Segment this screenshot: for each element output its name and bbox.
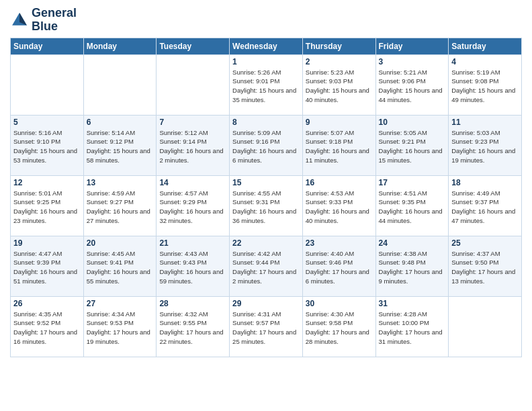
calendar-cell: 31Sunrise: 4:28 AM Sunset: 10:00 PM Dayl… [375,296,449,357]
day-number: 5 [13,118,81,127]
day-info: Sunrise: 4:53 AM Sunset: 9:33 PM Dayligh… [306,189,373,226]
day-number: 31 [379,299,446,308]
day-number: 6 [87,118,154,127]
calendar-table: SundayMondayTuesdayWednesdayThursdayFrid… [10,38,522,357]
day-info: Sunrise: 5:26 AM Sunset: 9:01 PM Dayligh… [232,68,300,105]
day-info: Sunrise: 5:14 AM Sunset: 9:12 PM Dayligh… [87,128,154,165]
weekday-header-sunday: Sunday [11,38,84,54]
calendar-cell: 20Sunrise: 4:45 AM Sunset: 9:41 PM Dayli… [83,236,157,296]
calendar-cell: 24Sunrise: 4:38 AM Sunset: 9:48 PM Dayli… [375,236,449,296]
day-info: Sunrise: 5:07 AM Sunset: 9:18 PM Dayligh… [306,128,373,165]
day-info: Sunrise: 4:31 AM Sunset: 9:57 PM Dayligh… [232,310,300,347]
weekday-header-thursday: Thursday [302,38,375,54]
calendar-week-row: 26Sunrise: 4:35 AM Sunset: 9:52 PM Dayli… [11,296,522,357]
calendar-cell: 28Sunrise: 4:32 AM Sunset: 9:55 PM Dayli… [157,296,230,357]
calendar-cell: 18Sunrise: 4:49 AM Sunset: 9:37 PM Dayli… [449,175,522,236]
day-number: 2 [306,57,373,66]
calendar-cell: 3Sunrise: 5:21 AM Sunset: 9:06 PM Daylig… [375,54,449,115]
day-number: 28 [159,299,226,308]
day-number: 20 [87,238,154,248]
calendar-cell: 23Sunrise: 4:40 AM Sunset: 9:46 PM Dayli… [302,236,375,296]
weekday-header-row: SundayMondayTuesdayWednesdayThursdayFrid… [11,38,522,54]
day-info: Sunrise: 4:47 AM Sunset: 9:39 PM Dayligh… [13,249,81,286]
day-number: 29 [232,299,300,308]
day-number: 10 [379,118,446,127]
day-info: Sunrise: 4:40 AM Sunset: 9:46 PM Dayligh… [306,249,373,286]
day-number: 13 [87,178,154,187]
day-info: Sunrise: 5:09 AM Sunset: 9:16 PM Dayligh… [232,128,300,165]
day-info: Sunrise: 4:49 AM Sunset: 9:37 PM Dayligh… [451,189,519,226]
day-number: 23 [306,238,373,248]
calendar-cell: 26Sunrise: 4:35 AM Sunset: 9:52 PM Dayli… [11,296,84,357]
day-number: 18 [451,178,519,187]
weekday-header-tuesday: Tuesday [157,38,230,54]
calendar-cell: 17Sunrise: 4:51 AM Sunset: 9:35 PM Dayli… [375,175,449,236]
day-number: 24 [379,238,446,248]
calendar-cell [83,54,157,115]
day-number: 25 [451,238,519,248]
calendar-cell: 10Sunrise: 5:05 AM Sunset: 9:21 PM Dayli… [375,115,449,175]
logo: General Blue [10,7,77,34]
weekday-header-friday: Friday [375,38,449,54]
day-number: 27 [87,299,154,308]
day-number: 3 [379,57,446,66]
page-header: General Blue [10,7,522,34]
logo-icon [10,11,29,30]
day-info: Sunrise: 4:30 AM Sunset: 9:58 PM Dayligh… [306,310,373,347]
day-info: Sunrise: 4:34 AM Sunset: 9:53 PM Dayligh… [87,310,154,347]
calendar-week-row: 1Sunrise: 5:26 AM Sunset: 9:01 PM Daylig… [11,54,522,115]
day-info: Sunrise: 4:35 AM Sunset: 9:52 PM Dayligh… [13,310,81,347]
day-number: 1 [232,57,300,66]
calendar-cell: 14Sunrise: 4:57 AM Sunset: 9:29 PM Dayli… [157,175,230,236]
calendar-cell [11,54,84,115]
day-info: Sunrise: 4:28 AM Sunset: 10:00 PM Daylig… [379,310,446,347]
day-info: Sunrise: 5:16 AM Sunset: 9:10 PM Dayligh… [13,128,81,165]
day-number: 17 [379,178,446,187]
day-info: Sunrise: 5:01 AM Sunset: 9:25 PM Dayligh… [13,189,81,226]
calendar-cell: 29Sunrise: 4:31 AM Sunset: 9:57 PM Dayli… [230,296,303,357]
weekday-header-wednesday: Wednesday [230,38,303,54]
calendar-cell: 13Sunrise: 4:59 AM Sunset: 9:27 PM Dayli… [83,175,157,236]
day-number: 12 [13,178,81,187]
day-info: Sunrise: 4:43 AM Sunset: 9:43 PM Dayligh… [159,249,226,286]
day-number: 14 [159,178,226,187]
day-info: Sunrise: 4:37 AM Sunset: 9:50 PM Dayligh… [451,249,519,286]
day-info: Sunrise: 4:38 AM Sunset: 9:48 PM Dayligh… [379,249,446,286]
day-info: Sunrise: 4:45 AM Sunset: 9:41 PM Dayligh… [87,249,154,286]
calendar-week-row: 19Sunrise: 4:47 AM Sunset: 9:39 PM Dayli… [11,236,522,296]
day-number: 11 [451,118,519,127]
day-info: Sunrise: 5:05 AM Sunset: 9:21 PM Dayligh… [379,128,446,165]
day-number: 30 [306,299,373,308]
calendar-cell: 12Sunrise: 5:01 AM Sunset: 9:25 PM Dayli… [11,175,84,236]
calendar-cell: 22Sunrise: 4:42 AM Sunset: 9:44 PM Dayli… [230,236,303,296]
day-info: Sunrise: 5:12 AM Sunset: 9:14 PM Dayligh… [159,128,226,165]
day-info: Sunrise: 4:55 AM Sunset: 9:31 PM Dayligh… [232,189,300,226]
day-info: Sunrise: 4:42 AM Sunset: 9:44 PM Dayligh… [232,249,300,286]
weekday-header-monday: Monday [83,38,157,54]
day-number: 16 [306,178,373,187]
calendar-cell [449,296,522,357]
day-info: Sunrise: 5:19 AM Sunset: 9:08 PM Dayligh… [451,68,519,105]
calendar-cell: 8Sunrise: 5:09 AM Sunset: 9:16 PM Daylig… [230,115,303,175]
day-info: Sunrise: 4:59 AM Sunset: 9:27 PM Dayligh… [87,189,154,226]
calendar-cell: 30Sunrise: 4:30 AM Sunset: 9:58 PM Dayli… [302,296,375,357]
calendar-cell: 6Sunrise: 5:14 AM Sunset: 9:12 PM Daylig… [83,115,157,175]
logo-text: General Blue [32,7,77,34]
calendar-cell: 27Sunrise: 4:34 AM Sunset: 9:53 PM Dayli… [83,296,157,357]
calendar-cell: 5Sunrise: 5:16 AM Sunset: 9:10 PM Daylig… [11,115,84,175]
day-info: Sunrise: 5:23 AM Sunset: 9:03 PM Dayligh… [306,68,373,105]
day-number: 26 [13,299,81,308]
calendar-week-row: 12Sunrise: 5:01 AM Sunset: 9:25 PM Dayli… [11,175,522,236]
day-number: 4 [451,57,519,66]
day-info: Sunrise: 4:51 AM Sunset: 9:35 PM Dayligh… [379,189,446,226]
day-info: Sunrise: 5:21 AM Sunset: 9:06 PM Dayligh… [379,68,446,105]
calendar-cell: 11Sunrise: 5:03 AM Sunset: 9:23 PM Dayli… [449,115,522,175]
calendar-cell: 21Sunrise: 4:43 AM Sunset: 9:43 PM Dayli… [157,236,230,296]
day-number: 8 [232,118,300,127]
calendar-cell: 16Sunrise: 4:53 AM Sunset: 9:33 PM Dayli… [302,175,375,236]
day-info: Sunrise: 4:32 AM Sunset: 9:55 PM Dayligh… [159,310,226,347]
day-number: 19 [13,238,81,248]
calendar-cell: 7Sunrise: 5:12 AM Sunset: 9:14 PM Daylig… [157,115,230,175]
calendar-cell [157,54,230,115]
day-number: 22 [232,238,300,248]
